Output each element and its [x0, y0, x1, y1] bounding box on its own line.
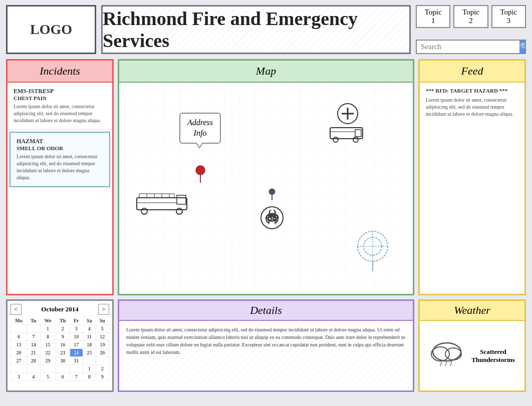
calendar-day[interactable]: 15 [40, 341, 56, 349]
calendar-day[interactable]: 25 [83, 349, 96, 357]
logo: LOGO [6, 5, 96, 54]
calendar-day[interactable]: 9 [96, 373, 109, 381]
calendar-day[interactable]: 4 [83, 325, 96, 333]
main-content: Incidents EMS-ISTRESP CHEST PAIN Lorem i… [0, 59, 532, 299]
feed-text: Lorem ipsum dolor sit amet, consectetur … [426, 97, 518, 118]
calendar-day[interactable]: 14 [27, 341, 40, 349]
topic-1-button[interactable]: Topic 1 [416, 5, 450, 28]
calendar-week-row: 3456789 [11, 373, 109, 381]
calendar-day-header: Sa [83, 317, 96, 325]
calendar-day[interactable]: 8 [83, 373, 96, 381]
svg-rect-11 [177, 195, 186, 204]
calendar-day[interactable]: 6 [56, 373, 70, 381]
incident-item-ems[interactable]: EMS-ISTRESP CHEST PAIN Lorem ipsum dolor… [8, 83, 112, 130]
incident-id-ems: EMS-ISTRESP [14, 88, 106, 95]
calendar-day-header: Fr [70, 317, 83, 325]
calendar-day[interactable]: 2 [56, 325, 70, 333]
calendar-day [56, 365, 70, 373]
weather-description: ScatteredThunderstorms [471, 348, 515, 364]
calendar-day[interactable]: 4 [27, 373, 40, 381]
calendar-day[interactable]: 3 [11, 373, 27, 381]
weather-desc-text: ScatteredThunderstorms [471, 348, 515, 363]
calendar-body: 1234567891011121314151617181920212223242… [11, 325, 109, 381]
calendar-grid: MoTuWeThFrSaSu 1234567891011121314151617… [11, 317, 109, 381]
calendar-week-row: 12 [11, 365, 109, 373]
weather-icon [429, 338, 464, 373]
svg-point-33 [431, 347, 449, 361]
svg-point-22 [269, 189, 275, 195]
calendar-day[interactable]: 10 [70, 333, 83, 341]
calendar-day[interactable]: 1 [83, 365, 96, 373]
calendar-day[interactable]: 1 [40, 325, 56, 333]
calendar-day[interactable]: 31 [70, 357, 83, 365]
calendar-day[interactable]: 9 [56, 333, 70, 341]
calendar-day [83, 357, 96, 365]
details-header: Details [119, 301, 413, 321]
calendar-day[interactable]: 11 [83, 333, 96, 341]
calendar-day[interactable]: 21 [27, 349, 40, 357]
calendar-day[interactable]: 23 [56, 349, 70, 357]
incident-id-hazmat: HAZMAT [17, 138, 103, 145]
incidents-header: Incidents [8, 61, 112, 83]
calendar-day[interactable]: 20 [11, 349, 27, 357]
search-button[interactable]: 🔍 [519, 41, 526, 53]
svg-line-36 [445, 361, 447, 366]
calendar-day [11, 365, 27, 373]
calendar-day[interactable]: 7 [70, 373, 83, 381]
incident-subtitle-ems: CHEST PAIN [14, 95, 106, 101]
svg-rect-6 [355, 130, 361, 137]
details-text: Lorem ipsum dolor sit amet, consectetur … [119, 321, 413, 361]
feed-panel: Feed *** RFD: TARGET HAZARD *** Lorem ip… [418, 59, 526, 295]
calendar-day [27, 365, 40, 373]
calendar-week-row: 12345 [11, 325, 109, 333]
calendar-day[interactable]: 12 [96, 333, 109, 341]
calendar-day[interactable]: 6 [11, 333, 27, 341]
calendar-day-header: Th [56, 317, 70, 325]
calendar-day [40, 365, 56, 373]
calendar-day[interactable]: 27 [11, 357, 27, 365]
calendar-day[interactable]: 19 [96, 341, 109, 349]
nav-topics: Topic 1 Topic 2 Topic 3 [416, 5, 526, 28]
incident-item-hazmat[interactable]: HAZMAT SMELL OR ODOR Lorem ipsum dolor s… [10, 132, 110, 187]
feed-title: *** RFD: TARGET HAZARD *** [426, 88, 518, 94]
topic-3-button[interactable]: Topic 3 [491, 5, 526, 28]
calendar-day[interactable]: 3 [70, 325, 83, 333]
calendar-day[interactable]: 30 [56, 357, 70, 365]
svg-text:☣: ☣ [265, 207, 279, 224]
calendar-day[interactable]: 8 [40, 333, 56, 341]
calendar-day[interactable]: 22 [40, 349, 56, 357]
calendar-day[interactable]: 13 [11, 341, 27, 349]
calendar-day[interactable]: 16 [56, 341, 70, 349]
calendar-day-header: Mo [11, 317, 27, 325]
calendar-day[interactable]: 26 [96, 349, 109, 357]
calendar-day[interactable]: 24 [70, 349, 83, 357]
svg-point-0 [196, 166, 205, 175]
topic-2-button[interactable]: Topic 2 [453, 5, 488, 28]
map-header: Map [119, 61, 413, 83]
calendar-week-row: 20212223242526 [11, 349, 109, 357]
weather-content: ScatteredThunderstorms [420, 321, 524, 390]
calendar-day[interactable]: 5 [96, 325, 109, 333]
calendar-day[interactable]: 2 [96, 365, 109, 373]
calendar-day[interactable]: 5 [40, 373, 56, 381]
search-icon: 🔍 [519, 42, 526, 53]
calendar-panel: < October 2014 > MoTuWeThFrSaSu 12345678… [6, 299, 114, 392]
map-panel[interactable]: Map AddressInfo [118, 59, 414, 295]
calendar-day[interactable]: 17 [70, 341, 83, 349]
map-content: AddressInfo [119, 83, 413, 294]
svg-point-20 [141, 208, 147, 214]
thunderstorm-svg [429, 338, 464, 368]
calendar-day[interactable]: 7 [27, 333, 40, 341]
incidents-panel: Incidents EMS-ISTRESP CHEST PAIN Lorem i… [6, 59, 114, 295]
calendar-day[interactable]: 29 [40, 357, 56, 365]
nav-search-area: Topic 1 Topic 2 Topic 3 🔍 [416, 5, 526, 54]
calendar-prev-button[interactable]: < [11, 304, 22, 315]
search-input[interactable] [417, 41, 519, 53]
calendar-month-title: October 2014 [41, 305, 79, 313]
calendar-day[interactable]: 28 [27, 357, 40, 365]
svg-line-35 [440, 361, 442, 366]
calendar-days-header: MoTuWeThFrSaSu [11, 317, 109, 325]
calendar-day[interactable]: 18 [83, 341, 96, 349]
calendar-next-button[interactable]: > [98, 304, 109, 315]
calendar-header: < October 2014 > [11, 304, 109, 315]
